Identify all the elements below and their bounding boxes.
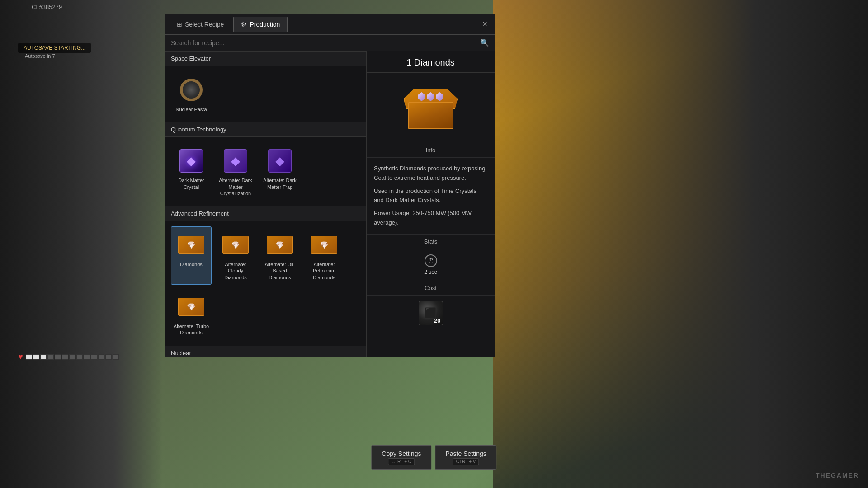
paste-settings-label: Paste Settings (445, 450, 486, 457)
diamonds-label: Diamonds (180, 261, 203, 267)
search-icon: 🔍 (480, 38, 489, 47)
gem-3 (436, 92, 443, 101)
recipe-dialog: ⊞ Select Recipe ⚙ Production × 🔍 Space E… (165, 14, 495, 357)
item-image-area (367, 73, 495, 145)
gem-2 (427, 92, 434, 101)
health-seg (113, 354, 119, 360)
category-nuclear[interactable]: Nuclear — (165, 346, 366, 357)
category-quantum-technology[interactable]: Quantum Technology — (165, 122, 366, 137)
alt-cloudy-diamonds-label: Alternate: Cloudy Diamonds (217, 261, 254, 281)
health-seg (40, 354, 47, 360)
recipe-alt-turbo-diamonds[interactable]: Alternate: Turbo Diamonds (171, 288, 212, 340)
category-advanced-refinement[interactable]: Advanced Refinement — (165, 206, 366, 221)
description-line-1: Synthetic Diamonds produced by exposing … (374, 164, 487, 183)
search-input[interactable] (171, 39, 480, 47)
health-seg (76, 354, 83, 360)
alt-dark-matter-crystallization-label: Alternate: Dark Matter Crystallization (217, 177, 254, 197)
dialog-tabs: ⊞ Select Recipe ⚙ Production × (165, 14, 495, 35)
quantum-technology-items: Dark Matter Crystal Alternate: Dark Matt… (165, 137, 366, 206)
category-space-elevator[interactable]: Space Elevator — (165, 51, 366, 66)
cost-item-coal: ⬛ 20 (419, 301, 443, 325)
recipe-alt-petroleum-diamonds[interactable]: Alternate: Petroleum Diamonds (304, 226, 344, 285)
recipe-alt-oil-based-diamonds[interactable]: Alternate: Oil-Based Diamonds (259, 226, 300, 285)
description-line-3: Power Usage: 250-750 MW (500 MW average)… (374, 209, 487, 228)
health-seg (47, 354, 54, 360)
autosave-sub: Autosave in 7 (25, 53, 55, 59)
category-label: Quantum Technology (171, 126, 226, 133)
copy-settings-button[interactable]: Copy Settings CTRL + C (371, 445, 431, 470)
gem-1 (418, 92, 425, 101)
alt-turbo-diamonds-icon-container (177, 292, 206, 321)
recipe-alt-dark-matter-trap[interactable]: Alternate: Dark Matter Trap (259, 142, 300, 201)
close-button[interactable]: × (479, 18, 491, 31)
alt-oil-based-diamonds-icon (267, 236, 293, 254)
nuclear-pasta-icon-container (177, 75, 206, 104)
health-seg (62, 354, 68, 360)
dark-matter-crystal-icon (179, 149, 203, 173)
health-seg (55, 354, 61, 360)
collapse-icon: — (355, 211, 361, 217)
diamond-gems (418, 92, 443, 101)
item-big-icon (404, 89, 458, 129)
watermark: THEGAMER (816, 472, 859, 479)
autosave-bar: AUTOSAVE STARTING... (18, 43, 91, 53)
tab-select-recipe[interactable]: ⊞ Select Recipe (169, 17, 231, 32)
category-label: Nuclear (171, 350, 191, 357)
alt-dark-matter-trap-icon (268, 149, 292, 173)
dark-matter-crystal-icon-container (177, 146, 206, 175)
bg-right-panel (493, 0, 868, 488)
dark-matter-crystal-label: Dark Matter Crystal (173, 177, 209, 190)
alt-dark-matter-trap-icon-container (265, 146, 294, 175)
alt-oil-based-diamonds-icon-container (265, 230, 294, 259)
stat-time: ⏱ 2 sec (424, 254, 437, 275)
stat-time-value: 2 sec (424, 269, 437, 275)
health-seg (98, 354, 104, 360)
nuclear-pasta-icon (180, 79, 203, 101)
paste-settings-shortcut: CTRL + V (453, 458, 479, 465)
tab-production-label: Production (250, 21, 280, 28)
health-bars (26, 354, 119, 360)
diamonds-icon (178, 236, 204, 254)
info-panel: 1 Diamonds Info Synthetic Diamonds produ… (367, 51, 495, 357)
collapse-icon: — (355, 350, 361, 356)
cost-label: Cost (367, 281, 495, 296)
health-seg (105, 354, 112, 360)
version-label: CL#385279 (32, 4, 62, 10)
tab-production[interactable]: ⚙ Production (233, 17, 288, 32)
bg-left-pipe (0, 0, 163, 488)
alt-dark-matter-trap-label: Alternate: Dark Matter Trap (262, 177, 298, 190)
recipe-nuclear-pasta[interactable]: Nuclear Pasta (171, 71, 212, 117)
info-description: Synthetic Diamonds produced by exposing … (367, 158, 495, 235)
bottom-buttons: Copy Settings CTRL + C Paste Settings CT… (371, 445, 496, 470)
alt-dark-matter-crystallization-icon-container (221, 146, 250, 175)
alt-turbo-diamonds-icon (178, 298, 204, 316)
search-bar: 🔍 (165, 35, 495, 51)
diamonds-icon-container (177, 230, 206, 259)
health-icon: ♥ (18, 352, 23, 361)
alt-petroleum-diamonds-label: Alternate: Petroleum Diamonds (306, 261, 342, 281)
copy-settings-label: Copy Settings (382, 450, 421, 457)
alt-oil-based-diamonds-label: Alternate: Oil-Based Diamonds (262, 261, 298, 281)
coal-icon: ⬛ 20 (419, 301, 443, 325)
copy-settings-shortcut: CTRL + C (388, 458, 415, 465)
space-elevator-items: Nuclear Pasta (165, 66, 366, 122)
recipe-alt-dark-matter-crystallization[interactable]: Alternate: Dark Matter Crystallization (215, 142, 256, 201)
tab-select-recipe-label: Select Recipe (185, 21, 224, 28)
nuclear-pasta-label: Nuclear Pasta (175, 106, 207, 113)
alt-cloudy-diamonds-icon (222, 236, 249, 254)
alt-cloudy-diamonds-icon-container (221, 230, 250, 259)
paste-settings-button[interactable]: Paste Settings CTRL + V (435, 445, 496, 470)
health-bar-container: ♥ (18, 352, 119, 361)
recipe-dark-matter-crystal[interactable]: Dark Matter Crystal (171, 142, 212, 201)
alt-petroleum-diamonds-icon-container (310, 230, 339, 259)
cost-row: ⬛ 20 (367, 296, 495, 331)
select-recipe-icon: ⊞ (177, 21, 182, 28)
health-seg (69, 354, 75, 360)
alt-dark-matter-crystallization-icon (224, 149, 247, 173)
recipe-diamonds[interactable]: Diamonds (171, 226, 212, 285)
production-icon: ⚙ (241, 21, 247, 28)
category-label: Space Elevator (171, 55, 211, 62)
box-body (408, 102, 453, 129)
recipe-alt-cloudy-diamonds[interactable]: Alternate: Cloudy Diamonds (215, 226, 256, 285)
coal-count: 20 (434, 317, 440, 324)
